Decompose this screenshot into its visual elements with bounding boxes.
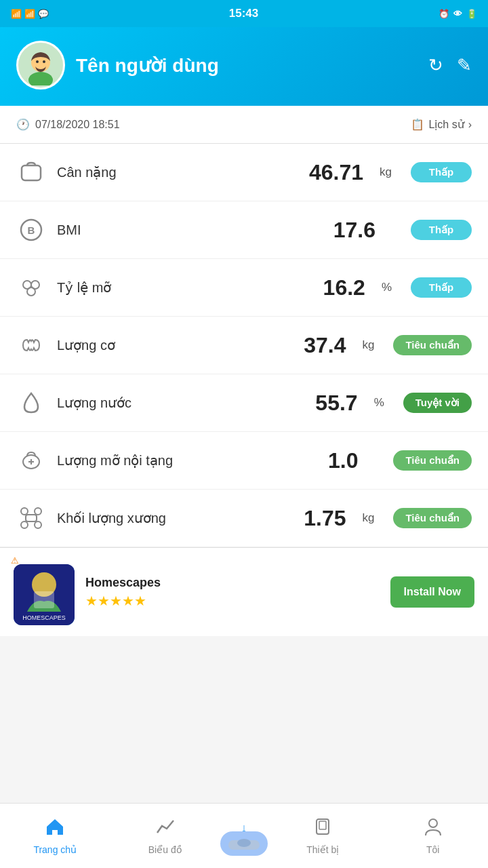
profile-nav-icon <box>423 816 443 842</box>
bmi-icon: B <box>16 215 46 245</box>
status-right: ⏰ 👁 🔋 <box>439 9 477 19</box>
fat-icon <box>16 273 46 302</box>
metric-row-bmi: B BMI 17.6 Thấp <box>0 201 488 259</box>
svg-rect-21 <box>34 591 54 608</box>
svg-point-3 <box>36 60 39 63</box>
weight-unit: kg <box>380 165 392 179</box>
svg-text:B: B <box>28 224 35 236</box>
svg-point-16 <box>21 521 28 528</box>
metric-row-visceral: Lượng mỡ nội tạng 1.0 Tiêu chuẩn <box>0 432 488 490</box>
visceral-badge: Tiêu chuẩn <box>393 450 472 471</box>
clock-icon: 🕐 <box>16 118 30 131</box>
svg-rect-18 <box>26 515 37 521</box>
datetime-text: 07/18/2020 18:51 <box>35 119 120 131</box>
muscle-value: 37.4 <box>304 333 346 358</box>
water-value: 55.7 <box>315 391 357 416</box>
nav-item-home[interactable]: Trang chủ <box>0 804 110 868</box>
status-time: 15:43 <box>229 7 258 20</box>
visceral-value: 1.0 <box>328 448 358 473</box>
bone-unit: kg <box>362 511 374 525</box>
home-nav-label: Trang chủ <box>33 844 77 855</box>
device-nav-label: Thiết bị <box>306 844 339 855</box>
svg-text:HOMESCAPES: HOMESCAPES <box>22 614 66 621</box>
bmi-value: 17.6 <box>333 218 375 243</box>
metric-row-weight: Cân nặng 46.71 kg Thấp <box>0 144 488 201</box>
profile-nav-label: Tôi <box>426 844 439 855</box>
nav-item-device[interactable]: Thiết bị <box>268 804 378 868</box>
ad-container: ⚠ HOMESCAPES Homescapes ★★★★★ Install No… <box>0 547 488 636</box>
bmi-name: BMI <box>57 222 323 238</box>
ad-warning-icon: ⚠ <box>11 555 19 566</box>
svg-point-14 <box>21 508 28 515</box>
ad-title: Homescapes <box>85 576 380 590</box>
alarm-icon: ⏰ <box>439 9 449 19</box>
visceral-name: Lượng mỡ nội tạng <box>57 452 317 469</box>
bone-value: 1.75 <box>304 506 346 531</box>
nav-item-scale[interactable]: ↓ <box>220 804 268 868</box>
status-bar: 📶 📶 💬 15:43 ⏰ 👁 🔋 <box>0 0 488 27</box>
wifi-icon: 📶 <box>24 9 35 19</box>
nav-item-profile[interactable]: Tôi <box>378 804 489 868</box>
history-label: Lịch sử <box>428 118 464 131</box>
header-actions: ↻ ✎ <box>428 55 472 76</box>
svg-point-24 <box>237 839 251 847</box>
history-button[interactable]: 📋 Lịch sử › <box>411 118 472 131</box>
bmi-badge: Thấp <box>411 220 472 240</box>
ad-stars: ★★★★★ <box>85 593 380 609</box>
bottom-nav: Trang chủ Biểu đồ ↓ Thiết bị Tôi <box>0 803 488 868</box>
fat-value: 16.2 <box>323 275 365 300</box>
muscle-unit: kg <box>362 338 374 352</box>
charts-nav-label: Biểu đồ <box>148 844 182 855</box>
bone-name: Khối lượng xương <box>57 510 293 526</box>
bone-badge: Tiêu chuẩn <box>393 508 472 528</box>
svg-rect-26 <box>319 821 326 829</box>
header: Tên người dùng ↻ ✎ <box>0 27 488 106</box>
svg-rect-5 <box>22 165 41 180</box>
eye-icon: 👁 <box>453 9 462 19</box>
date-row: 🕐 07/18/2020 18:51 📋 Lịch sử › <box>0 106 488 144</box>
device-nav-icon <box>312 816 333 842</box>
ad-banner[interactable]: ⚠ HOMESCAPES Homescapes ★★★★★ Install No… <box>0 547 488 636</box>
nav-item-charts[interactable]: Biểu đồ <box>110 804 221 868</box>
metric-row-bone: Khối lượng xương 1.75 kg Tiêu chuẩn <box>0 490 488 547</box>
battery-icon: 🔋 <box>466 9 477 19</box>
weight-icon <box>16 157 46 187</box>
signal-icon: 📶 <box>11 9 22 19</box>
install-now-button[interactable]: Install Now <box>390 576 474 608</box>
muscle-icon <box>16 330 46 360</box>
ad-image: HOMESCAPES <box>14 564 75 625</box>
svg-point-27 <box>429 819 437 827</box>
fat-unit: % <box>382 281 392 294</box>
fat-name: Tỷ lệ mỡ <box>57 279 312 296</box>
water-name: Lượng nước <box>57 395 304 411</box>
bone-icon <box>16 503 46 533</box>
username-label: Tên người dùng <box>76 54 418 77</box>
svg-point-10 <box>27 288 35 296</box>
fat-badge: Thấp <box>411 277 472 298</box>
svg-point-15 <box>35 508 41 515</box>
svg-point-4 <box>43 60 45 63</box>
refresh-icon[interactable]: ↻ <box>428 55 443 76</box>
avatar <box>16 41 65 90</box>
metrics-container: Cân nặng 46.71 kg Thấp B BMI 17.6 Thấp T… <box>0 144 488 547</box>
scale-button-circle[interactable] <box>220 831 268 856</box>
muscle-badge: Tiêu chuẩn <box>393 335 472 355</box>
metric-row-water: Lượng nước 55.7 % Tuyệt vời <box>0 374 488 432</box>
status-left: 📶 📶 💬 <box>11 9 49 19</box>
ad-info: Homescapes ★★★★★ <box>85 576 380 609</box>
muscle-name: Lượng cơ <box>57 337 293 353</box>
history-arrow: › <box>468 119 472 131</box>
edit-icon[interactable]: ✎ <box>457 55 472 76</box>
metric-row-muscle: Lượng cơ 37.4 kg Tiêu chuẩn <box>0 317 488 374</box>
water-badge: Tuyệt vời <box>403 393 472 413</box>
home-nav-icon <box>45 816 65 842</box>
charts-nav-icon <box>155 816 176 842</box>
message-icon: 💬 <box>38 9 49 19</box>
history-icon: 📋 <box>411 118 424 131</box>
water-icon <box>16 388 46 418</box>
date-display: 🕐 07/18/2020 18:51 <box>16 118 120 131</box>
visceral-icon <box>16 446 46 475</box>
metric-row-fat: Tỷ lệ mỡ 16.2 % Thấp <box>0 259 488 317</box>
water-unit: % <box>374 396 384 410</box>
svg-point-17 <box>35 521 41 528</box>
